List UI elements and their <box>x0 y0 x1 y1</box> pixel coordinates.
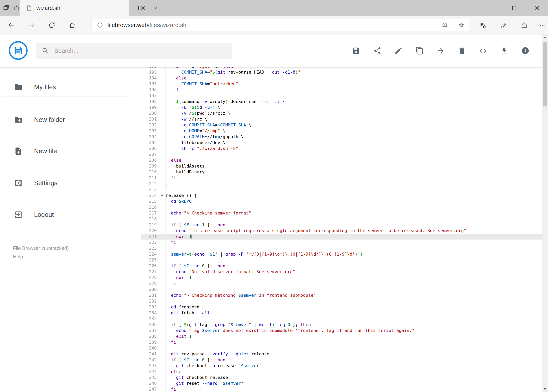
code-line[interactable]: 234 git fetch --all <box>141 310 542 316</box>
share-button[interactable] <box>373 47 382 55</box>
code-line[interactable]: 226 if [ $? -ne 0 ]; then <box>141 263 542 269</box>
raw-code-button[interactable] <box>479 47 487 55</box>
code-line[interactable]: 227 echo "Not valid semver format. See s… <box>141 269 542 275</box>
web-note-pen-icon[interactable] <box>497 18 510 32</box>
code-line[interactable]: 223 <box>141 245 542 251</box>
scrollbar-up-icon[interactable] <box>542 35 548 40</box>
scrollbar-down-icon[interactable] <box>542 386 548 392</box>
code-line[interactable]: 230 <box>141 287 542 292</box>
code-line[interactable]: 215 cd $REPO <box>141 198 542 204</box>
code-line[interactable]: 232 <box>141 298 542 304</box>
code-line[interactable]: 220 echo "This release script requires a… <box>141 228 542 234</box>
page-scrollbar[interactable] <box>542 35 548 392</box>
code-line[interactable]: 241 git rev-parse --verify --quiet relea… <box>141 351 542 357</box>
code-line[interactable]: 228 exit 1 <box>141 275 542 281</box>
back-icon[interactable] <box>4 18 18 32</box>
sidebar-item-settings[interactable]: Settings <box>0 172 141 194</box>
code-line[interactable]: 200 -v /$(pwd):/src:z \ <box>141 110 542 116</box>
code-line[interactable]: 218 <box>141 216 542 222</box>
code-line[interactable]: 198 $(command -v winpty) docker run --rm… <box>141 99 542 105</box>
tab-preview-chevron-icon[interactable] <box>149 0 162 16</box>
line-number: 236 <box>141 322 161 328</box>
page-info-icon[interactable] <box>97 21 104 28</box>
minimize-icon[interactable] <box>480 0 503 16</box>
code-line[interactable]: 242 if [ $? -ne 0 ]; then <box>141 357 542 363</box>
code-line[interactable]: 235 <box>141 316 542 322</box>
code-line[interactable]: 202 -e COMMIT_SHA=$COMMIT_SHA \ <box>141 122 542 128</box>
home-icon[interactable] <box>65 18 79 32</box>
code-line[interactable]: 233 cd frontend <box>141 304 542 310</box>
code-line[interactable]: 216 <box>141 204 542 210</box>
code-line[interactable]: 193 COMMIT_SHA="$(git rev-parse HEAD | c… <box>141 69 542 75</box>
code-line[interactable]: 236 if [ $(git tag | grep "$semver" | wc… <box>141 322 542 328</box>
move-button[interactable] <box>437 47 445 55</box>
share-page-icon[interactable] <box>517 18 531 32</box>
code-line[interactable]: 208 else <box>141 157 542 163</box>
code-line[interactable]: 222 fi <box>141 239 542 245</box>
new-tab-icon[interactable] <box>132 0 145 16</box>
tabs-set-aside-icon[interactable] <box>3 5 9 12</box>
hub-icon[interactable] <box>476 18 490 32</box>
set-tabs-aside-icon[interactable] <box>14 5 20 12</box>
info-button[interactable] <box>521 47 529 55</box>
code-line[interactable]: 240 <box>141 345 542 351</box>
code-line[interactable]: 212} <box>141 181 542 187</box>
close-icon[interactable] <box>526 0 548 16</box>
download-button[interactable] <box>500 47 508 55</box>
code-line[interactable]: 219 if [ $# -ne 1 ]; then <box>141 222 542 228</box>
maximize-icon[interactable] <box>503 0 526 16</box>
rename-button[interactable] <box>395 47 403 55</box>
code-line[interactable]: 239 fi <box>141 339 542 345</box>
copy-button[interactable] <box>416 47 424 55</box>
code-line[interactable]: 221 exit 1 <box>141 234 542 239</box>
code-line[interactable]: 203 -e HOME="//tmp" \ <box>141 128 542 134</box>
code-line[interactable]: 244 else <box>141 369 542 375</box>
code-line[interactable]: 209 buildAssets <box>141 163 542 169</box>
code-line[interactable]: 205 filebrowser/dev \ <box>141 140 542 146</box>
code-line[interactable]: 199 -u "$(id -u)" \ <box>141 105 542 110</box>
code-line[interactable]: 229 fi <box>141 281 542 287</box>
search-input[interactable] <box>54 47 226 54</box>
code-line[interactable]: 237 echo "Tag $semver does not exist in … <box>141 328 542 334</box>
code-line[interactable]: 217 echo "> Checking semver format" <box>141 210 542 216</box>
code-editor[interactable]: 192 if [ -d ".git" ]; then193 COMMIT_SHA… <box>141 67 542 392</box>
sidebar-item-logout[interactable]: Logout <box>0 204 141 225</box>
code-line[interactable]: 246 git reset --hard "$semver" <box>141 380 542 386</box>
help-link[interactable]: Help <box>13 252 69 261</box>
code-line[interactable]: 206 sh -c "./wizard.sh -b" <box>141 146 542 152</box>
code-line[interactable]: 197 <box>141 93 542 99</box>
forward-icon[interactable] <box>25 18 38 32</box>
reading-view-icon[interactable] <box>441 22 448 29</box>
sidebar-item-new-file[interactable]: New file <box>0 140 141 162</box>
code-line[interactable]: 210 buildBinary <box>141 169 542 175</box>
code-line[interactable]: 214release () { <box>141 193 542 198</box>
code-line[interactable]: 238 exit 1 <box>141 334 542 339</box>
code-line[interactable]: 192 if [ -d ".git" ]; then <box>141 67 542 69</box>
code-line[interactable]: 194 else <box>141 75 542 81</box>
scrollbar-thumb[interactable] <box>543 42 547 106</box>
code-line[interactable]: 201 -w //src \ <box>141 116 542 122</box>
sidebar-item-my-files[interactable]: My files <box>0 76 141 98</box>
sidebar-item-new-folder[interactable]: New folder <box>0 109 141 131</box>
code-line[interactable]: 213 <box>141 187 542 193</box>
code-line[interactable]: 231 echo "> Checking matching $semver in… <box>141 292 542 298</box>
code-line[interactable]: 247 fi <box>141 386 542 392</box>
favorite-star-icon[interactable] <box>458 22 465 29</box>
code-line[interactable]: 204 -e GOPATH=//tmp/gopath \ <box>141 134 542 140</box>
code-line[interactable]: 245 git checkout release <box>141 375 542 380</box>
code-line[interactable]: 243 git checkout -b release "$semver" <box>141 363 542 369</box>
more-options-icon[interactable] <box>535 18 548 32</box>
delete-button[interactable] <box>458 47 466 55</box>
search-box[interactable] <box>36 43 232 59</box>
refresh-icon[interactable] <box>45 18 59 32</box>
fold-toggle-icon[interactable] <box>161 195 164 197</box>
code-line[interactable]: 195 COMMIT_SHA="untracked" <box>141 81 542 87</box>
code-line[interactable]: 207 <box>141 152 542 157</box>
address-bar[interactable]: filebrowser.web/files/wizard.sh <box>91 19 469 31</box>
code-line[interactable]: 224 semver=$(echo "$1" | grep -P '^v(0|[… <box>141 251 542 257</box>
save-button[interactable] <box>352 47 360 55</box>
code-line[interactable]: 211 fi <box>141 175 542 181</box>
code-line[interactable]: 196 fi <box>141 87 542 93</box>
browser-tab[interactable]: wizard.sh <box>20 0 129 16</box>
code-line[interactable]: 225 <box>141 257 542 263</box>
